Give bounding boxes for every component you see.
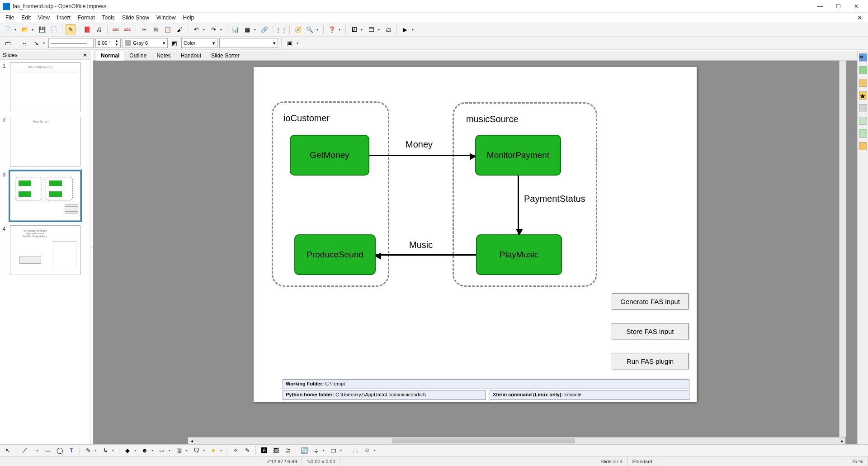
extrusion-button[interactable]: ⬚ — [350, 446, 360, 456]
gluepoints-button[interactable]: ✎ — [242, 446, 252, 456]
block-arrows-button[interactable]: ⇨ — [157, 446, 167, 456]
toolbar-overflow-button[interactable]: ▾ — [339, 28, 342, 32]
flowcharts-button[interactable]: ▥ — [174, 446, 184, 456]
info-python-home[interactable]: Python home folder: C:\Users\xyz\AppData… — [283, 390, 486, 400]
area-style-button[interactable]: ◩ — [170, 38, 179, 48]
export-pdf-button[interactable] — [82, 24, 92, 34]
node-playmusic[interactable]: PlayMusic — [476, 234, 562, 275]
maximize-button[interactable]: ☐ — [829, 1, 847, 12]
line-style-combo[interactable] — [48, 38, 94, 48]
scroll-left-button[interactable]: ◂ — [188, 437, 195, 444]
menu-slideshow[interactable]: Slide Show — [118, 14, 153, 22]
fill-mode-combo[interactable]: Color ▾ — [181, 38, 217, 48]
basic-shapes-button[interactable]: ◆ — [123, 446, 132, 456]
grid-button[interactable] — [276, 24, 286, 34]
rectangle-tool-button[interactable] — [43, 446, 53, 456]
presentation-toolbar-overflow[interactable]: ▾ — [412, 28, 415, 32]
slides-panel-close-button[interactable]: ✕ — [83, 52, 87, 58]
menu-format[interactable]: Format — [74, 14, 99, 22]
cut-button[interactable] — [139, 24, 149, 34]
table-button[interactable] — [242, 24, 252, 34]
slide-layout-button[interactable]: 🗂 — [383, 24, 393, 34]
format-paintbrush-button[interactable]: 🖌 — [175, 24, 184, 34]
slide-thumb-4[interactable]: 4 For demos without a connection to a Sy… — [3, 225, 87, 275]
slide-canvas[interactable]: ioCustomer musicSource GetMoney MonitorP… — [254, 67, 697, 402]
view-tab-notes[interactable]: Notes — [151, 51, 175, 61]
redo-button[interactable] — [208, 24, 218, 34]
node-getmoney[interactable]: GetMoney — [290, 135, 369, 176]
slide-canvas-viewport[interactable]: ioCustomer musicSource GetMoney MonitorP… — [93, 61, 857, 444]
styles-task-icon[interactable] — [859, 129, 867, 138]
text-tool-button[interactable] — [66, 446, 76, 456]
close-document-button[interactable]: ✕ — [854, 14, 866, 21]
connector-tool-button[interactable]: ↳ — [100, 446, 110, 456]
node-monitorpayment[interactable]: MonitorPayment — [475, 135, 561, 176]
menu-window[interactable]: Window — [153, 14, 179, 22]
insert-slide-button[interactable]: 🖼 — [349, 24, 359, 34]
arrange-button[interactable]: 🗃 — [3, 38, 13, 48]
line-ends-button[interactable]: ↔ — [19, 38, 29, 48]
line-color-combo[interactable]: Gray 6 ▾ — [123, 38, 168, 48]
gallery-task-icon[interactable] — [859, 117, 867, 125]
spellcheck-button[interactable] — [111, 24, 121, 34]
properties-task-icon[interactable]: ≡ — [859, 53, 867, 62]
line-fill-overflow[interactable]: ▾ — [297, 41, 300, 45]
fill-value-combo[interactable]: ▾ — [219, 38, 278, 48]
h-scroll-thumb[interactable] — [392, 438, 575, 443]
alignment-button[interactable]: ≑ — [311, 446, 321, 456]
ellipse-tool-button[interactable] — [55, 446, 65, 456]
new-doc-button[interactable] — [3, 24, 13, 34]
drawing-toolbar-overflow[interactable]: ▾ — [374, 448, 377, 452]
line-width-spinner[interactable]: 0.00 " ▲▼ — [95, 38, 121, 48]
store-fas-input-button[interactable]: Store FAS input — [612, 323, 689, 339]
zoom-button[interactable] — [305, 24, 315, 34]
close-window-button[interactable]: ✕ — [847, 1, 865, 12]
view-tab-outline[interactable]: Outline — [124, 51, 151, 61]
undo-button[interactable] — [191, 24, 201, 34]
view-tab-slidesorter[interactable]: Slide Sorter — [206, 51, 245, 61]
stars-button[interactable] — [208, 446, 218, 456]
transitions-task-icon[interactable] — [859, 104, 867, 112]
generate-fas-input-button[interactable]: Generate FAS input — [612, 293, 689, 309]
line-tool-button[interactable] — [19, 446, 29, 456]
view-tab-handout[interactable]: Handout — [176, 51, 206, 61]
menu-file[interactable]: File — [2, 14, 18, 22]
slide-design-button[interactable]: 🗔 — [366, 24, 376, 34]
callouts-button[interactable]: 🗨 — [191, 446, 201, 456]
edit-file-button[interactable]: ✎ — [66, 24, 75, 34]
animation-task-icon[interactable]: ★ — [859, 91, 867, 100]
slide-thumb-2[interactable]: 2 How to run — [3, 117, 87, 166]
info-working-folder[interactable]: Working Folder: C:\Temp\ — [283, 379, 689, 389]
minimize-button[interactable]: — — [811, 1, 829, 12]
start-slideshow-button[interactable]: ▶ — [400, 24, 410, 34]
master-pages-task-icon[interactable] — [859, 66, 867, 74]
run-fas-plugin-button[interactable]: Run FAS plugin — [612, 353, 689, 369]
edge-paymentstatus[interactable] — [518, 176, 519, 234]
fontwork-button[interactable]: 🅰 — [259, 446, 269, 456]
select-tool-button[interactable] — [3, 446, 13, 456]
edge-music[interactable] — [376, 254, 476, 256]
shadow-button[interactable] — [285, 38, 295, 48]
print-button[interactable] — [94, 24, 104, 34]
menu-view[interactable]: View — [34, 14, 53, 22]
auto-spellcheck-button[interactable] — [123, 24, 132, 34]
points-edit-button[interactable]: ✧ — [231, 446, 241, 456]
arrange-drawing-button[interactable]: 🗃 — [328, 446, 338, 456]
slide-thumb-3[interactable]: 3 — [3, 171, 87, 221]
open-button[interactable] — [20, 24, 30, 34]
copy-button[interactable] — [151, 24, 161, 34]
view-tab-normal[interactable]: Normal — [96, 51, 124, 61]
scroll-right-button[interactable]: ▸ — [838, 437, 845, 444]
slides-list[interactable]: 1 fas_frontend.odp 2 How to run 3 — [0, 60, 90, 444]
arrow-tool-button[interactable] — [31, 446, 41, 456]
mail-button[interactable] — [49, 24, 59, 34]
chart-button[interactable] — [231, 24, 241, 34]
hyperlink-button[interactable] — [259, 24, 269, 34]
save-button[interactable] — [37, 24, 47, 34]
info-xterm[interactable]: Xterm command (Linux only): konsole — [490, 390, 689, 400]
navigator-task-icon[interactable] — [859, 142, 867, 150]
edge-money[interactable] — [369, 155, 475, 156]
paste-button[interactable] — [163, 24, 173, 34]
help-button[interactable] — [327, 24, 337, 34]
status-zoom[interactable]: 75 % — [847, 456, 868, 466]
